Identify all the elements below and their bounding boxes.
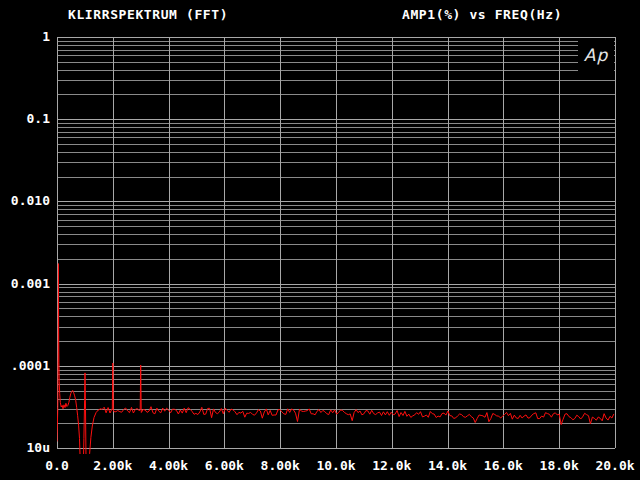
spectrum-plot [0, 0, 640, 480]
x-tick-label: 14.0k [416, 458, 480, 473]
x-tick-label: 10.0k [304, 458, 368, 473]
x-tick-label: 8.00k [248, 458, 312, 473]
x-tick-label: 0.0 [25, 458, 89, 473]
fft-analyzer-screen: KLIRRSPEKTRUM (FFT) AMP1(%) vs FREQ(Hz) … [0, 0, 640, 480]
y-tick-label: 0.1 [2, 111, 50, 126]
x-tick-label: 2.00k [81, 458, 145, 473]
y-tick-label: 0.010 [2, 193, 50, 208]
x-tick-label: 16.0k [471, 458, 535, 473]
x-tick-label: 6.00k [192, 458, 256, 473]
x-tick-label: 18.0k [527, 458, 591, 473]
x-tick-label: 12.0k [360, 458, 424, 473]
y-tick-label: 10u [2, 440, 50, 455]
x-tick-label: 20.0k [583, 458, 640, 473]
y-tick-label: .0001 [2, 358, 50, 373]
y-tick-label: 0.001 [2, 276, 50, 291]
y-tick-label: 1 [2, 29, 50, 44]
x-tick-label: 4.00k [137, 458, 201, 473]
ap-logo: Ap [578, 38, 614, 76]
